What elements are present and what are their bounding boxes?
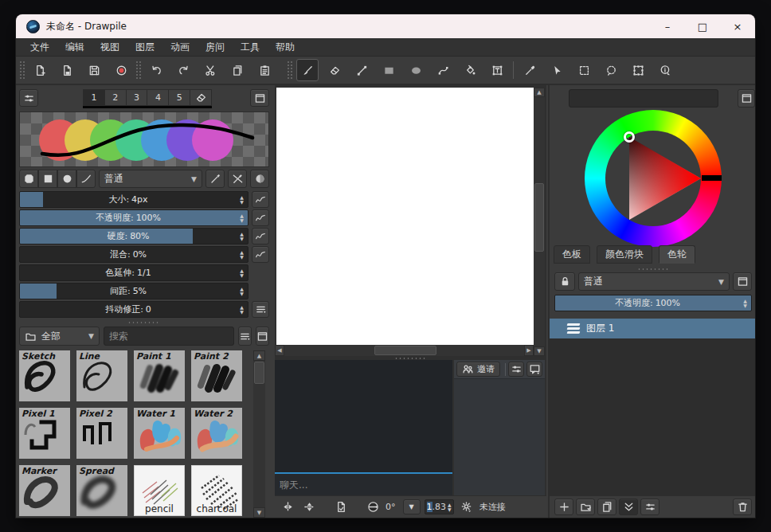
spin-buttons[interactable]: ▲▼ — [740, 295, 750, 311]
shape-stroke-button[interactable] — [76, 170, 96, 188]
line-button[interactable] — [350, 59, 373, 81]
view-constraint-button[interactable] — [332, 499, 350, 516]
dock-float-button[interactable] — [250, 89, 269, 107]
menu-item-7[interactable]: 工具 — [233, 39, 268, 56]
duplicate-layer-button[interactable] — [597, 499, 616, 515]
chat-log[interactable] — [275, 360, 452, 472]
slider-curve-button[interactable] — [252, 228, 269, 244]
spin-buttons[interactable]: ▲▼ — [237, 229, 247, 244]
layer-properties-button[interactable] — [640, 499, 659, 515]
color-selector-marker[interactable] — [624, 131, 635, 143]
preset-search-input[interactable] — [104, 327, 234, 346]
brush-settings-button[interactable] — [19, 89, 38, 107]
brush-slot-2[interactable]: 2 — [104, 89, 126, 106]
brush-preset-charcoal[interactable]: charcoal — [191, 465, 242, 516]
erase-mode-button[interactable] — [228, 170, 247, 188]
preset-scrollbar[interactable]: ▲ ▼ — [253, 350, 265, 518]
canvas-v-scrollbar[interactable]: ▲ ▼ — [534, 88, 545, 356]
spin-buttons[interactable]: ▲▼ — [237, 210, 247, 225]
scrollbar-thumb[interactable] — [374, 346, 436, 355]
toolbar-grip[interactable] — [135, 61, 142, 80]
scrollbar-thumb[interactable] — [534, 183, 544, 252]
brush-slot-4[interactable]: 4 — [147, 89, 168, 106]
brush-preset-paint-2[interactable]: Paint 2 — [191, 350, 242, 401]
menu-item-4[interactable]: 图层 — [127, 39, 162, 56]
brush-preset-line[interactable]: Line — [76, 350, 127, 401]
select-lasso-button[interactable] — [600, 59, 622, 81]
undo-button[interactable] — [145, 59, 167, 81]
slider-curve-button[interactable] — [252, 246, 269, 263]
record-button[interactable] — [110, 59, 132, 81]
copy-button[interactable] — [226, 59, 249, 81]
canvas-h-scrollbar[interactable]: ◀ ▶ — [275, 345, 534, 356]
text-button[interactable] — [486, 59, 508, 81]
inspect-button[interactable] — [654, 59, 676, 81]
new-file-button[interactable] — [29, 59, 51, 81]
invite-button[interactable]: 邀请 — [456, 362, 500, 377]
laser-button[interactable] — [546, 59, 568, 81]
brush-slot-1[interactable]: 1 — [83, 89, 104, 106]
brush-slot-5[interactable]: 5 — [168, 89, 190, 106]
flip-canvas-button[interactable] — [300, 499, 318, 516]
fill-button[interactable] — [459, 59, 481, 81]
chat-input[interactable] — [275, 474, 452, 495]
brush-slider[interactable]: 间距:5%▲▼ — [19, 283, 249, 299]
layer-lock-button[interactable] — [554, 272, 575, 291]
menu-item-5[interactable]: 动画 — [162, 39, 198, 56]
scrollbar-thumb[interactable] — [254, 362, 264, 384]
brush-slider[interactable]: 硬度:80%▲▼ — [19, 228, 249, 244]
brush-slot-3[interactable]: 3 — [126, 89, 147, 106]
maximize-button[interactable]: □ — [685, 14, 720, 38]
scroll-left-button[interactable]: ◀ — [275, 345, 284, 356]
brush-slider[interactable]: 混合:0%▲▼ — [19, 246, 249, 263]
chat-options-button[interactable] — [526, 362, 542, 377]
color-tab-inactive[interactable]: 颜色滑块 — [597, 245, 652, 264]
pickup-mode-button[interactable] — [250, 170, 269, 188]
brush-slider[interactable]: 不透明度:100%▲▼ — [19, 209, 249, 226]
curve-button[interactable] — [432, 59, 454, 81]
shape-round-button[interactable] — [19, 170, 38, 188]
menu-item-3[interactable]: 视图 — [92, 39, 127, 56]
color-tab-inactive[interactable]: 色板 — [554, 245, 590, 264]
open-file-button[interactable] — [56, 59, 78, 81]
brush-preset-pixel-2[interactable]: Pixel 2 — [76, 408, 127, 459]
menu-item-8[interactable]: 帮助 — [268, 39, 303, 56]
redo-button[interactable] — [172, 59, 194, 81]
layer-opacity-slider[interactable]: 不透明度: 100% ▲▼ — [554, 295, 752, 311]
transform-button[interactable] — [627, 59, 649, 81]
color-tab-active[interactable]: 色轮 — [659, 245, 695, 264]
dock-splitter-handle[interactable] — [637, 268, 669, 271]
brush-preset-sketch[interactable]: Sketch — [19, 350, 70, 401]
close-button[interactable]: × — [720, 14, 755, 38]
preset-category-select[interactable]: 全部 ▼ — [19, 327, 100, 346]
zoom-spinbox[interactable]: 1.83 ▲▼ — [425, 499, 454, 514]
brush-button[interactable] — [296, 59, 319, 81]
rotation-dropdown-button[interactable]: ▼ — [403, 499, 421, 514]
spin-buttons[interactable]: ▲▼ — [237, 247, 247, 262]
session-settings-button[interactable] — [508, 362, 524, 377]
layer-blend-mode-select[interactable]: 普通 ▼ — [578, 272, 730, 291]
color-dock-float-button[interactable] — [738, 89, 755, 108]
toolbar-grip[interactable] — [287, 61, 293, 80]
draw-mode-button[interactable] — [205, 170, 225, 188]
menu-item-2[interactable]: 编辑 — [57, 39, 92, 56]
shape-soft-button[interactable] — [57, 170, 76, 188]
menu-item-1[interactable]: 文件 — [22, 39, 57, 56]
spin-buttons[interactable]: ▲▼ — [237, 265, 247, 280]
preset-menu-button[interactable] — [238, 327, 252, 346]
brush-blend-mode-select[interactable]: 普通 ▼ — [99, 170, 202, 188]
dropper-button[interactable] — [519, 59, 541, 81]
rotation-dial[interactable] — [364, 499, 382, 516]
toolbar-grip[interactable] — [19, 61, 25, 80]
layer-row[interactable]: 图层 1 — [550, 319, 755, 338]
brush-preset-water-2[interactable]: Water 2 — [191, 408, 242, 459]
stabilizer-menu-button[interactable] — [252, 301, 269, 318]
brush-preset-pencil[interactable]: pencil — [134, 465, 185, 516]
brush-slider[interactable]: 大小:4px▲▼ — [19, 191, 249, 208]
rectangle-button[interactable] — [378, 59, 400, 81]
slider-curve-button[interactable] — [252, 191, 269, 208]
select-rect-button[interactable] — [573, 59, 595, 81]
brush-preset-spread[interactable]: Spread — [76, 465, 127, 516]
spin-buttons[interactable]: ▲▼ — [237, 192, 247, 207]
brush-preview[interactable] — [19, 111, 269, 167]
